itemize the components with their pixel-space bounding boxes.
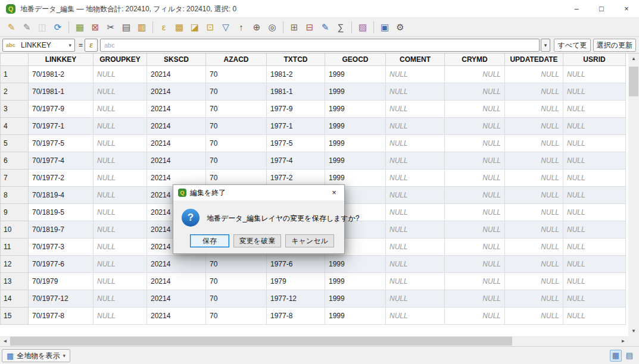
cell-usrid[interactable]: NULL [563, 65, 626, 83]
row-number[interactable]: 11 [1, 238, 29, 255]
minimize-button[interactable]: – [564, 0, 589, 18]
row-number[interactable]: 10 [1, 221, 29, 238]
conditional-formatting-icon[interactable]: ▨ [356, 20, 370, 34]
cell-geocd[interactable]: 1999 [325, 134, 386, 152]
column-header-azacd[interactable]: AZACD [206, 54, 267, 65]
cell-updatedate[interactable]: NULL [505, 117, 563, 134]
cell-crymd[interactable]: NULL [445, 238, 505, 255]
expression-dropdown-button[interactable]: ▾ [541, 39, 550, 52]
cell-skscd[interactable]: 20214 [147, 290, 206, 307]
cell-groupkey[interactable]: NULL [93, 169, 147, 186]
column-header-usrid[interactable]: USRID [563, 54, 626, 65]
cell-coment[interactable]: NULL [386, 186, 445, 203]
row-number[interactable]: 5 [1, 134, 29, 152]
cell-linkkey[interactable]: 70/1981-1 [29, 83, 93, 100]
cell-skscd[interactable]: 20214 [147, 169, 206, 186]
cell-coment[interactable]: NULL [386, 255, 445, 272]
column-header-updatedate[interactable]: UPDATEDATE [505, 54, 563, 65]
pan-to-selection-icon[interactable]: ⊕ [250, 20, 264, 34]
scroll-up-icon[interactable]: ▲ [628, 54, 639, 64]
cell-usrid[interactable]: NULL [563, 203, 626, 221]
delete-selected-features-icon[interactable]: ⊠ [88, 20, 102, 34]
cell-coment[interactable]: NULL [386, 65, 445, 83]
cell-skscd[interactable]: 20214 [147, 65, 206, 83]
cell-usrid[interactable]: NULL [563, 83, 626, 100]
zoom-to-selection-icon[interactable]: ◎ [265, 20, 279, 34]
update-selected-button[interactable]: 選択の更新 [593, 39, 636, 52]
cell-updatedate[interactable]: NULL [505, 203, 563, 221]
cell-crymd[interactable]: NULL [445, 117, 505, 134]
cell-txtcd[interactable]: 1977-4 [267, 152, 325, 169]
cell-skscd[interactable]: 20214 [147, 100, 206, 117]
deselect-all-icon[interactable]: ⊡ [203, 20, 217, 34]
cell-groupkey[interactable]: NULL [93, 255, 147, 272]
select-all-icon[interactable]: ▩ [172, 20, 186, 34]
cell-crymd[interactable]: NULL [445, 169, 505, 186]
update-all-button[interactable]: すべて更新 [554, 39, 591, 52]
cell-crymd[interactable]: NULL [445, 203, 505, 221]
column-header-txtcd[interactable]: TXTCD [267, 54, 325, 65]
cut-features-icon[interactable]: ✂ [104, 20, 118, 34]
cell-groupkey[interactable]: NULL [93, 117, 147, 134]
cell-linkkey[interactable]: 70/1981-2 [29, 65, 93, 83]
cell-geocd[interactable]: 1999 [325, 272, 386, 290]
move-selection-to-top-icon[interactable]: ↑ [234, 20, 248, 34]
edit-field-icon[interactable]: ✎ [318, 20, 332, 34]
cell-skscd[interactable]: 20214 [147, 255, 206, 272]
cancel-button[interactable]: キャンセル [285, 234, 334, 247]
cell-crymd[interactable]: NULL [445, 83, 505, 100]
cell-crymd[interactable]: NULL [445, 152, 505, 169]
cell-geocd[interactable]: 1999 [325, 255, 386, 272]
cell-coment[interactable]: NULL [386, 290, 445, 307]
cell-txtcd[interactable]: 1981-2 [267, 65, 325, 83]
discard-changes-button[interactable]: 変更を破棄 [233, 234, 281, 247]
cell-updatedate[interactable]: NULL [505, 186, 563, 203]
cell-crymd[interactable]: NULL [445, 290, 505, 307]
cell-linkkey[interactable]: 70/1977-8 [29, 307, 93, 324]
add-feature-icon[interactable]: ▦ [73, 20, 87, 34]
cell-usrid[interactable]: NULL [563, 117, 626, 134]
row-number[interactable]: 4 [1, 117, 29, 134]
actions-icon[interactable]: ⚙ [393, 20, 407, 34]
copy-features-icon[interactable]: ▤ [119, 20, 133, 34]
cell-azacd[interactable]: 70 [206, 65, 267, 83]
cell-azacd[interactable]: 70 [206, 83, 267, 100]
cell-updatedate[interactable]: NULL [505, 65, 563, 83]
cell-azacd[interactable]: 70 [206, 290, 267, 307]
cell-skscd[interactable]: 20214 [147, 307, 206, 324]
cell-groupkey[interactable]: NULL [93, 83, 147, 100]
scroll-right-icon[interactable]: ► [618, 336, 628, 346]
cell-coment[interactable]: NULL [386, 100, 445, 117]
cell-groupkey[interactable]: NULL [93, 203, 147, 221]
cell-azacd[interactable]: 70 [206, 272, 267, 290]
cell-usrid[interactable]: NULL [563, 272, 626, 290]
row-number[interactable]: 2 [1, 83, 29, 100]
cell-updatedate[interactable]: NULL [505, 238, 563, 255]
field-selector[interactable]: abc LINKKEY ▾ [2, 39, 75, 52]
cell-usrid[interactable]: NULL [563, 169, 626, 186]
cell-skscd[interactable]: 20214 [147, 134, 206, 152]
cell-usrid[interactable]: NULL [563, 221, 626, 238]
row-number[interactable]: 8 [1, 186, 29, 203]
cell-usrid[interactable]: NULL [563, 186, 626, 203]
cell-coment[interactable]: NULL [386, 221, 445, 238]
cell-usrid[interactable]: NULL [563, 100, 626, 117]
cell-skscd[interactable]: 20214 [147, 152, 206, 169]
cell-crymd[interactable]: NULL [445, 134, 505, 152]
cell-linkkey[interactable]: 70/1977-5 [29, 134, 93, 152]
cell-linkkey[interactable]: 70/1979 [29, 272, 93, 290]
vertical-scrollbar[interactable]: ▲ ▼ [628, 54, 639, 336]
cell-skscd[interactable]: 20214 [147, 83, 206, 100]
cell-coment[interactable]: NULL [386, 272, 445, 290]
cell-updatedate[interactable]: NULL [505, 83, 563, 100]
cell-linkkey[interactable]: 70/1977-1 [29, 117, 93, 134]
cell-txtcd[interactable]: 1977-6 [267, 255, 325, 272]
cell-linkkey[interactable]: 70/1977-4 [29, 152, 93, 169]
row-number[interactable]: 12 [1, 255, 29, 272]
cell-geocd[interactable]: 1999 [325, 100, 386, 117]
cell-geocd[interactable]: 1999 [325, 83, 386, 100]
cell-usrid[interactable]: NULL [563, 134, 626, 152]
maximize-button[interactable]: □ [589, 0, 614, 18]
row-number[interactable]: 15 [1, 307, 29, 324]
scroll-left-icon[interactable]: ◄ [0, 336, 10, 346]
